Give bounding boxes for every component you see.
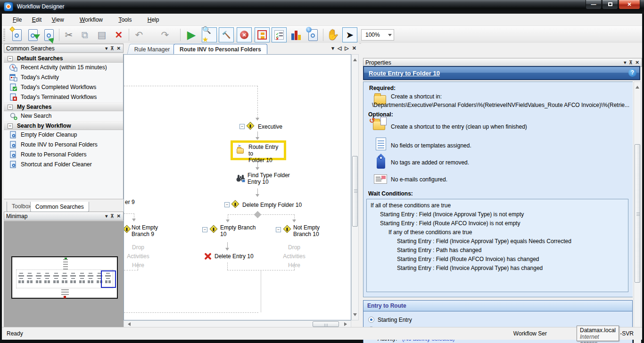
search-item-recent-activity[interactable]: Recent Activity (within 15 minutes) [4, 63, 123, 73]
zoom-select[interactable]: 100% [361, 29, 394, 41]
scroll-right-icon[interactable] [344, 322, 349, 326]
node-find-type[interactable]: Find Type Folder Entry 10 [248, 172, 290, 185]
pin-icon[interactable]: ⊼ [110, 46, 115, 51]
pin-icon[interactable]: ⊼ [110, 213, 115, 219]
undo-button[interactable]: ↶ [132, 27, 147, 42]
node-executive[interactable]: Executive [258, 123, 282, 130]
run-workflow-button[interactable]: ▶ [184, 27, 199, 42]
toolbar-grip[interactable] [3, 29, 5, 41]
menu-file[interactable]: File [8, 14, 26, 25]
activity-tools-button[interactable]: 🔨 [219, 27, 234, 42]
section-default-searches[interactable]: −Default Searches [4, 54, 123, 63]
search-item-route-inv[interactable]: Route INV to Personal Folders [4, 140, 123, 150]
collapse-not-empty-10[interactable]: − [276, 227, 281, 232]
collapse-empty-branch[interactable]: − [202, 227, 207, 232]
close-panel-icon[interactable]: ✕ [117, 213, 122, 219]
hscroll-thumb[interactable] [313, 321, 339, 327]
radio-starting-entry[interactable] [368, 317, 374, 323]
help-icon[interactable]: ? [628, 69, 636, 77]
pan-button[interactable]: ✋ [325, 27, 340, 42]
panel-menu-icon[interactable]: ▾ [624, 60, 627, 65]
node-not-empty-branch-9[interactable]: Not Empty Branch 9 [132, 224, 158, 237]
tab-rule-manager[interactable]: Rule Manager [127, 44, 177, 54]
activity-title-link[interactable]: Route Entry to Folder 10 [369, 70, 440, 77]
collapse-icon[interactable]: − [8, 105, 13, 110]
close-panel-icon[interactable]: ✕ [117, 46, 122, 51]
menu-view[interactable]: View [48, 14, 68, 25]
tab-route-inv[interactable]: Route INV to Personal Folders [173, 44, 267, 54]
redo-button[interactable]: ↷ [157, 27, 173, 42]
tab-controls: ▾◁▷✕ [328, 45, 356, 51]
tab-scroll-left-icon[interactable]: ◁ [338, 45, 341, 51]
minimap[interactable] [11, 256, 118, 299]
panel-menu-icon[interactable]: ▾ [105, 213, 108, 219]
close-button[interactable]: ✕ [619, 0, 640, 9]
pin-icon[interactable]: ⊼ [629, 60, 633, 65]
scroll-down-icon[interactable] [353, 313, 357, 318]
workflow-info-button[interactable]: i [305, 27, 321, 42]
rule-designer-button[interactable] [255, 27, 270, 42]
menu-help[interactable]: Help [143, 14, 164, 25]
tab-scroll-right-icon[interactable]: ▷ [345, 45, 348, 51]
node-delete-entry[interactable]: Delete Entry 10 [215, 253, 254, 260]
select-button[interactable]: ➤ [342, 27, 357, 42]
wait-conditions-box[interactable]: If all of these conditions are true Star… [366, 199, 628, 292]
search-item-empty-folder-cleanup[interactable]: Empty Folder Cleanup [4, 130, 123, 140]
node-empty-branch[interactable]: Empty Branch 10 [220, 224, 256, 237]
import-workflow-button[interactable] [25, 27, 41, 42]
menu-edit[interactable]: Edit [28, 14, 46, 25]
node-delete-empty-folder[interactable]: Delete Empty Folder 10 [242, 202, 302, 208]
section-my-searches[interactable]: −My Searches [4, 102, 123, 111]
vscroll-thumb[interactable] [635, 144, 640, 283]
collapse-icon[interactable]: − [8, 123, 13, 129]
tab-close-icon[interactable]: ✕ [352, 45, 356, 51]
arrowhead [292, 220, 296, 224]
scroll-up-icon[interactable] [353, 57, 357, 61]
drop-placeholder-left[interactable]: Drop Activities Here [124, 243, 152, 270]
panel-menu-icon[interactable]: ▾ [105, 46, 108, 51]
minimap-viewport[interactable] [101, 270, 116, 288]
node-not-empty-branch-10[interactable]: Not Empty Branch 10 [293, 224, 320, 237]
cut-button[interactable]: ✂ [61, 27, 76, 42]
workflow-canvas[interactable]: − Executive ➢ Route Entry to Folder 10 F… [124, 54, 351, 320]
menu-workflow[interactable]: Workflow [75, 14, 107, 25]
collapse-executive[interactable]: − [239, 124, 245, 129]
error-list-button[interactable]: ✕ [237, 27, 252, 42]
search-item-todays-activity[interactable]: Today's Activity [4, 73, 123, 82]
scroll-up-icon[interactable] [636, 84, 639, 89]
scroll-left-icon[interactable] [126, 322, 131, 326]
statistics-button[interactable] [289, 27, 304, 42]
canvas-vscrollbar[interactable] [351, 54, 359, 320]
properties-panel: Properties ▾⊼✕ Route Entry to Folder 10 … [361, 43, 642, 329]
search-item-shortcut-cleaner[interactable]: Shortcut and Folder Cleaner [4, 160, 123, 170]
minimize-button[interactable]: — [586, 0, 602, 9]
paste-button[interactable]: ▤ [94, 27, 109, 42]
search-item-terminated-workflows[interactable]: Today's Terminated Workflows [4, 92, 123, 102]
properties-scrollbar[interactable] [634, 82, 641, 343]
tooltip-access: Internet access [580, 334, 616, 343]
collapse-icon[interactable]: − [8, 56, 13, 61]
menu-tools[interactable]: Tools [114, 14, 136, 25]
delete-button[interactable]: ✕ [111, 27, 126, 42]
search-item-new-search[interactable]: New Search [4, 111, 123, 121]
recent-activity-icon [9, 64, 17, 72]
export-workflow-button[interactable] [41, 27, 57, 42]
search-item-route-personal[interactable]: Route to Personal Folders [4, 150, 123, 160]
vscroll-thumb[interactable] [352, 156, 358, 227]
collapse-delete-empty[interactable]: − [224, 202, 230, 207]
new-workflow-button[interactable] [9, 27, 25, 42]
hand-icon: ✋ [326, 30, 339, 40]
search-window-button[interactable]: 🔍★ [202, 27, 217, 42]
copy-button[interactable]: ⧉ [77, 27, 92, 42]
wait-conditions-label: Wait Conditions: [368, 190, 413, 197]
copy-icon: ⧉ [82, 30, 88, 40]
search-item-completed-workflows[interactable]: Today's Completed Workflows [4, 82, 123, 92]
close-panel-icon[interactable]: ✕ [636, 60, 640, 65]
section-search-by-workflow[interactable]: −Search by Workflow [4, 121, 123, 130]
maximize-button[interactable] [602, 0, 618, 9]
task-list-button[interactable]: ✔✔✘ [272, 27, 287, 42]
node-route-entry-selected[interactable]: ➢ Route Entry to Folder 10 [231, 140, 286, 160]
tab-common-searches[interactable]: Common Searches [30, 202, 89, 212]
wait-condition: If any of these conditions are true [388, 229, 472, 236]
tab-menu-icon[interactable]: ▾ [331, 45, 334, 51]
